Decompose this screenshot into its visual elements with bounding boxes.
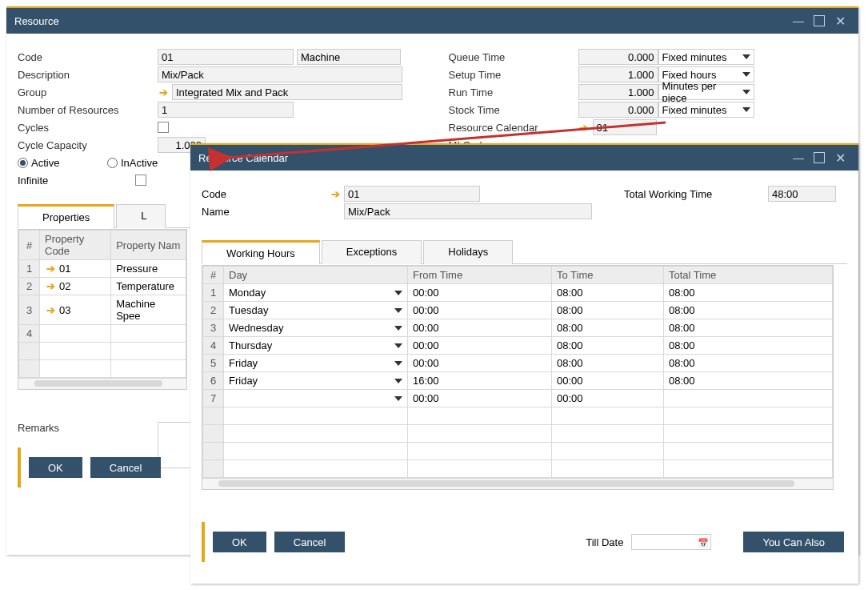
chevron-down-icon (742, 54, 750, 59)
chevron-down-icon (742, 107, 750, 112)
minimize-icon[interactable] (788, 10, 809, 31)
infinite-checkbox[interactable] (135, 175, 146, 186)
total-working-time-label: Total Working Time (624, 188, 768, 200)
tab-exceptions[interactable]: Exceptions (322, 240, 422, 264)
calendar-icon[interactable] (698, 536, 709, 548)
cancel-button[interactable]: Cancel (90, 457, 161, 478)
you-can-also-button[interactable]: You Can Also (743, 532, 844, 552)
col-total: Total Time (664, 267, 833, 284)
link-arrow-icon[interactable]: ➔ (158, 86, 169, 98)
cycles-checkbox[interactable] (158, 122, 169, 133)
table-row[interactable]: 1Monday00:0008:0008:00 (203, 284, 833, 302)
maximize-icon[interactable] (809, 147, 830, 168)
chevron-down-icon (742, 72, 750, 77)
resource-calendar-titlebar[interactable]: Resource Calendar (190, 145, 858, 171)
link-arrow-icon[interactable]: ➔ (45, 263, 56, 275)
calendar-name-label: Name (202, 206, 344, 218)
code-input[interactable] (158, 49, 294, 65)
calendar-name-input[interactable] (344, 203, 592, 219)
link-arrow-icon[interactable]: ➔ (45, 280, 56, 292)
infinite-label: Infinite (18, 175, 135, 187)
active-radio[interactable] (18, 158, 28, 168)
cycle-capacity-label: Cycle Capacity (18, 139, 158, 151)
col-num: # (19, 231, 40, 260)
table-row[interactable]: 6Friday16:0000:0008:00 (203, 372, 833, 390)
resource-title: Resource (14, 15, 59, 27)
link-arrow-icon[interactable]: ➔ (330, 188, 341, 200)
queue-time-input[interactable] (578, 49, 658, 65)
inactive-label: InActive (121, 157, 158, 169)
inactive-radio[interactable] (107, 158, 118, 168)
total-working-time-value (768, 186, 836, 202)
chevron-down-icon[interactable] (394, 396, 402, 401)
col-num: # (203, 267, 224, 284)
horizontal-scrollbar[interactable] (18, 378, 186, 389)
col-property-code: Property Code (40, 231, 111, 260)
horizontal-scrollbar[interactable] (202, 478, 833, 489)
table-row (203, 407, 833, 425)
cycles-label: Cycles (18, 122, 158, 134)
table-row[interactable]: 2Tuesday00:0008:0008:00 (203, 302, 833, 319)
setup-time-input[interactable] (578, 66, 658, 82)
working-hours-grid: # Day From Time To Time Total Time 1Mond… (202, 265, 834, 490)
stock-time-unit-select[interactable]: Fixed minutes (658, 102, 754, 118)
queue-time-label: Queue Time (449, 51, 578, 63)
table-row[interactable]: 3Wednesday00:0008:0008:00 (203, 319, 833, 337)
resource-titlebar[interactable]: Resource (6, 8, 858, 34)
group-input[interactable] (172, 84, 402, 100)
tab-working-hours[interactable]: Working Hours (202, 240, 320, 264)
resource-calendar-window: Resource Calendar Code ➔ Name Total Work… (190, 143, 858, 584)
table-row (203, 443, 833, 460)
resource-calendar-title: Resource Calendar (198, 152, 288, 164)
description-label: Description (18, 69, 158, 81)
stock-time-input[interactable] (578, 102, 658, 118)
resource-calendar-input[interactable] (593, 119, 657, 135)
close-icon[interactable] (830, 10, 850, 31)
table-row[interactable]: 700:0000:00 (203, 390, 833, 407)
stock-time-label: Stock Time (449, 104, 578, 116)
table-row: 1➔01Pressure (19, 260, 186, 278)
col-property-name: Property Nam (111, 231, 186, 260)
table-row: 4 (19, 325, 186, 343)
tab-hidden[interactable]: L (116, 204, 166, 228)
ok-button[interactable]: OK (29, 457, 82, 478)
chevron-down-icon[interactable] (394, 361, 402, 366)
group-label: Group (18, 86, 158, 98)
table-row (19, 360, 186, 378)
chevron-down-icon[interactable] (394, 291, 402, 295)
table-row[interactable]: 5Friday00:0008:0008:00 (203, 355, 833, 372)
chevron-down-icon[interactable] (394, 379, 402, 383)
chevron-down-icon[interactable] (394, 326, 402, 331)
num-resources-input[interactable] (158, 102, 294, 118)
run-time-unit-select[interactable]: Minutes per piece (658, 84, 754, 100)
properties-grid: # Property Code Property Nam 1➔01Pressur… (18, 229, 187, 390)
col-to: To Time (552, 267, 664, 284)
num-resources-label: Number of Resources (18, 104, 158, 116)
table-row (203, 425, 833, 443)
description-input[interactable] (158, 66, 402, 82)
table-row[interactable]: 4Thursday00:0008:0008:00 (203, 337, 833, 355)
minimize-icon[interactable] (788, 147, 809, 168)
chevron-down-icon[interactable] (394, 343, 402, 348)
link-arrow-icon[interactable]: ➔ (45, 304, 56, 316)
ok-button[interactable]: OK (213, 532, 266, 552)
queue-time-unit-select[interactable]: Fixed minutes (658, 49, 754, 65)
cancel-button[interactable]: Cancel (274, 532, 345, 552)
col-day: Day (224, 267, 408, 284)
maximize-icon[interactable] (809, 10, 830, 31)
calendar-code-input[interactable] (344, 186, 480, 202)
resource-calendar-label: Resource Calendar (449, 122, 578, 134)
run-time-input[interactable] (578, 84, 658, 100)
table-row: 3➔03Machine Spee (19, 295, 186, 325)
till-date-label: Till Date (586, 536, 623, 548)
till-date-input[interactable] (631, 534, 711, 550)
close-icon[interactable] (830, 147, 850, 168)
tab-holidays[interactable]: Holidays (423, 240, 513, 264)
link-arrow-icon[interactable]: ➔ (578, 122, 590, 134)
code-type-select[interactable]: Machine (297, 49, 401, 65)
calendar-code-label: Code (202, 188, 330, 200)
chevron-down-icon[interactable] (394, 308, 402, 313)
tab-properties[interactable]: Properties (18, 204, 114, 228)
setup-time-label: Setup Time (449, 69, 578, 81)
table-row (203, 460, 833, 478)
